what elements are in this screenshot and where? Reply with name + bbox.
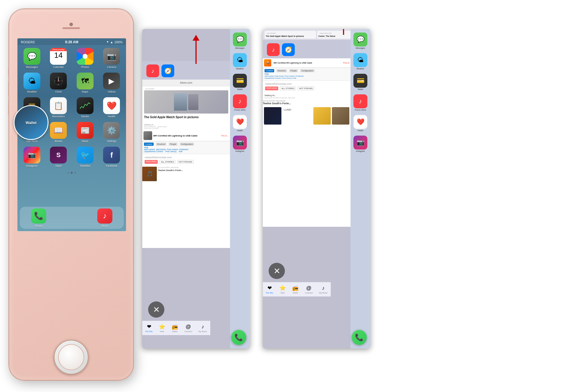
right-side-health[interactable]: ❤️ Health [353,115,367,132]
tab-connect[interactable]: @ Connect [184,324,192,332]
right-side-messages[interactable]: 💬 Messages [353,33,367,49]
switcher-right-inner: GO STORY The Gold Apple Watch Sport in p… [263,29,370,348]
right-review-label: ACCESSORY REVIEWS [263,100,291,102]
instagram-icon: 📷 [24,147,40,163]
app-calendar[interactable]: Wednesday 14 Calendar [46,48,71,69]
app-ibooks[interactable]: 📖 iBooks [46,122,71,143]
clock-label: Clock [55,90,62,93]
delete-x-button[interactable]: ✕ [148,301,164,318]
app-instagram[interactable]: 📷 Instagram [20,147,44,167]
right-tab-structure: Structure [276,69,287,72]
right-side-health-icon: ❤️ [353,115,367,129]
phone-call-button[interactable]: 📞 [231,330,246,345]
volume-down-button[interactable] [8,101,9,115]
app-tweetbot[interactable]: 🐦 Tweetbot [73,147,97,167]
app-videos[interactable]: ▶ Videos [100,73,124,93]
app-switcher-left[interactable]: ♪ 🧭 iMore.com GO STORY [142,29,250,348]
iphone-device: ROGERS 8:28 AM ✦ ▲ 100% 💬 Messages [9,9,134,380]
right-tab-radio[interactable]: 📻 Radio [292,285,299,294]
right-walking-text: Walking fro... [265,94,349,96]
music-app-icon: ♪ [146,64,159,77]
right-side-itunes[interactable]: ♪ iTunes Store [353,94,367,111]
side-app-weather[interactable]: 🌤 Weather [233,53,247,70]
lume-img-2 [313,107,331,125]
side-app-wallet[interactable]: 💳 Wallet [233,74,247,90]
product-image [143,131,152,140]
side-app-messages[interactable]: 💬 Messages [233,33,247,49]
tab-my-music[interactable]: ♪ My Music [198,324,207,332]
cms-tab-structure: Structure [156,143,166,146]
right-side-health-label: Health [353,130,367,132]
dock-phone[interactable]: 📞 Phone [31,208,46,227]
mfi-product-img: 📦 [264,59,271,66]
app-maps[interactable]: 🗺 Maps [73,73,97,93]
mute-button[interactable] [8,67,9,76]
story-tag: GO STORY [144,87,228,90]
for-you-label: For You [145,330,152,332]
app-clock[interactable]: 12 3 9 12 Clock [46,73,71,93]
home-button[interactable] [54,340,89,375]
wifi-icon: ▲ [110,40,113,44]
app-news[interactable]: 📰 News [73,122,97,143]
tab-radio[interactable]: 📻 Radio [172,323,178,332]
app-health-home[interactable]: ❤️ Health [100,97,124,118]
app-reminders[interactable]: 📋 Reminders [46,97,71,118]
cms-find-user: Find User(s) [165,150,177,152]
iphone-body: ROGERS 8:28 AM ✦ ▲ 100% 💬 Messages [9,9,134,380]
calendar-label: Calendar [53,66,64,69]
go-story-tag: GO STORY [266,32,315,35]
page-indicator [17,170,126,175]
calendar-date: 14 [50,51,67,60]
app-slack[interactable]: S Slack [46,147,71,167]
right-music-bottom-bar: ❤ For You ⭐ New 📻 Radio @ Connect [263,282,331,296]
right-cms-help: Help [265,73,349,75]
right-radio-label: Radio [293,292,298,294]
sleep-wake-button[interactable] [133,79,134,99]
app-camera[interactable]: 📷 Camera [100,48,124,69]
dock-music[interactable]: ♪ Music [97,208,112,227]
app-facebook[interactable]: f Facebook [100,147,124,167]
right-delete-x-button[interactable]: ✕ [269,263,285,279]
side-app-itunes[interactable]: ♪ iTunes Store [233,94,247,111]
main-article-title: The Gold Apple Watch Sport in pictures [144,115,228,119]
bluetooth-icon: ✦ [106,40,109,44]
app-photos[interactable]: Photos [73,48,97,69]
right-side-weather-label: Weather [353,68,367,70]
side-app-health[interactable]: ❤️ Health [233,115,247,132]
music-icon: ♪ [97,208,112,224]
right-side-weather[interactable]: 🌤 Weather [353,53,367,70]
radio-icon: 📻 [172,323,178,330]
tab-for-you[interactable]: ❤ For You [145,323,152,332]
my-music-label: My Music [198,330,207,332]
app-weather[interactable]: 🌤 Weather [20,73,44,93]
right-phone-button[interactable]: 📞 [352,330,367,345]
music-bottom-bar: ❤ For You ⭐ New 📻 Radio @ Connect [142,321,210,335]
right-side-instagram[interactable]: 📷 Instagram [353,136,367,152]
cms-tabs: Content Structure People Configuration [144,143,228,146]
right-filter-row: FEATURED ALL STORIES HOT FORUMS [265,87,348,90]
side-app-instagram[interactable]: 📷 Instagram [233,136,247,152]
right-side-wallet[interactable]: 💳 Wallet [353,74,367,90]
camera-label: Camera [107,66,116,69]
side-health-icon: ❤️ [233,115,247,129]
right-tab-for-you[interactable]: ❤ For You [266,285,273,294]
right-tab-connect[interactable]: @ Connect [305,285,312,294]
stocks-icon [77,97,94,114]
radio-label: Radio [172,330,177,332]
videos-icon: ▶ [103,73,120,89]
volume-up-button[interactable] [8,82,9,96]
app-messages[interactable]: 💬 Messages [20,48,44,69]
svg-text:12: 12 [58,84,59,85]
cms-add-article: Add Article [156,148,166,150]
app-settings[interactable]: ⚙️ Settings [100,122,124,143]
tab-new[interactable]: ⭐ New [159,323,165,332]
right-product-row: 📦 MFI Certified 6ft Lightning to USB Cab… [263,58,351,68]
app-switcher-right[interactable]: GO STORY The Gold Apple Watch Sport in p… [263,29,370,348]
right-side-instagram-icon: 📷 [353,136,367,150]
clock-icon: 12 3 9 12 [50,73,67,89]
right-side-instagram-label: Instagram [353,150,367,152]
settings-icon: ⚙️ [103,122,120,139]
app-stocks[interactable]: Stocks [73,97,97,118]
right-tab-new[interactable]: ⭐ New [279,285,286,294]
right-tab-my-music[interactable]: ♪ My Music [319,285,328,294]
